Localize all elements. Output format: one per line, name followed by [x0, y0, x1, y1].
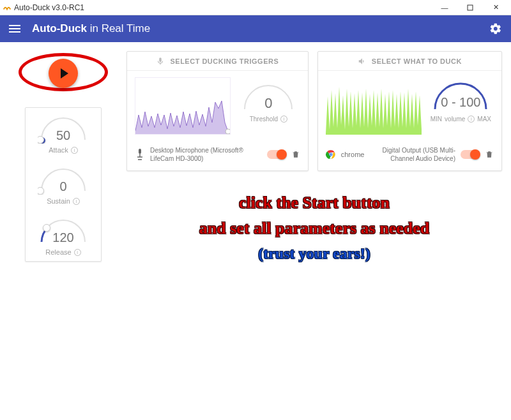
maximize-button[interactable] — [457, 1, 483, 14]
attack-label: Attack — [49, 146, 68, 154]
info-icon[interactable]: i — [71, 147, 78, 154]
ducked-app-name: chrome — [341, 151, 365, 158]
attack-value: 50 — [38, 128, 89, 143]
annotation-line3: (trust your ears!) — [126, 242, 502, 266]
left-column: 50 Attacki 0 Sustaini — [9, 51, 118, 266]
threshold-label: Threshold — [250, 116, 278, 123]
right-area: SELECT DUCKING TRIGGERS — [126, 51, 502, 266]
svg-point-1 — [225, 129, 231, 134]
attack-gauge[interactable]: 50 Attacki — [31, 114, 96, 154]
svg-rect-0 — [468, 5, 473, 10]
min-label: MIN — [431, 116, 442, 123]
info-icon[interactable]: i — [280, 116, 287, 123]
threshold-gauge[interactable]: 0 Thresholdi — [237, 77, 300, 123]
triggers-card: SELECT DUCKING TRIGGERS — [126, 51, 309, 171]
ducked-device-row: chrome Digital Output (USB Multi-Channel… — [318, 141, 501, 170]
chrome-icon — [326, 149, 336, 160]
play-button[interactable] — [49, 59, 78, 88]
app-title: Auto-Duck in Real Time — [32, 22, 150, 35]
volume-label: volume — [445, 116, 465, 123]
close-button[interactable]: ✕ — [483, 1, 508, 14]
window-title: Auto-Duck v3.0-RC1 — [14, 3, 84, 12]
sustain-gauge[interactable]: 0 Sustaini — [31, 165, 96, 205]
app-icon — [3, 3, 11, 12]
max-label: MAX — [477, 116, 491, 123]
svg-rect-2 — [139, 149, 141, 154]
volume-gauge[interactable]: 0 - 100 MIN volume i MAX — [428, 77, 494, 123]
ducked-output-name: Digital Output (USB Multi-Channel Audio … — [369, 146, 455, 163]
release-gauge[interactable]: 120 Releasei — [31, 216, 96, 256]
info-icon[interactable]: i — [74, 249, 81, 256]
release-label: Release — [45, 248, 71, 256]
ducked-toggle[interactable] — [461, 150, 480, 159]
window-titlebar: Auto-Duck v3.0-RC1 — ✕ — [0, 0, 511, 15]
annotation-text: click the Start button and set all param… — [126, 190, 502, 266]
sustain-value: 0 — [38, 179, 89, 194]
volume-value: 0 - 100 — [429, 95, 492, 110]
trigger-device-row: Desktop Microphone (Microsoft® LifeCam H… — [127, 141, 308, 170]
triggers-header: SELECT DUCKING TRIGGERS — [170, 57, 278, 65]
trigger-device-name: Desktop Microphone (Microsoft® LifeCam H… — [150, 146, 262, 163]
speaker-icon — [358, 57, 367, 66]
info-icon[interactable]: i — [468, 116, 475, 123]
info-icon[interactable]: i — [73, 198, 80, 205]
svg-point-6 — [330, 153, 332, 155]
release-value: 120 — [38, 230, 89, 245]
ducked-card: SELECT WHAT TO DUCK — [317, 51, 502, 171]
gear-icon[interactable] — [489, 22, 502, 35]
microphone-icon — [156, 57, 165, 66]
trash-icon[interactable] — [291, 150, 300, 159]
minimize-button[interactable]: — — [432, 1, 457, 14]
ducked-header: SELECT WHAT TO DUCK — [372, 57, 462, 65]
sustain-label: Sustain — [47, 197, 70, 205]
app-bar: Auto-Duck in Real Time — [0, 15, 511, 42]
play-wrap — [12, 51, 114, 96]
annotation-line1: click the Start button — [126, 190, 502, 216]
threshold-value: 0 — [240, 95, 297, 112]
ducked-waveform — [326, 77, 422, 135]
main-content: 50 Attacki 0 Sustaini — [0, 42, 511, 274]
trigger-waveform — [135, 77, 231, 135]
menu-icon[interactable] — [9, 25, 20, 33]
trash-icon[interactable] — [485, 150, 494, 159]
params-card: 50 Attacki 0 Sustaini — [25, 107, 102, 262]
trigger-toggle[interactable] — [267, 150, 286, 159]
annotation-line2: and set all parameters as needed — [126, 216, 502, 241]
mic-stand-icon — [135, 148, 145, 161]
